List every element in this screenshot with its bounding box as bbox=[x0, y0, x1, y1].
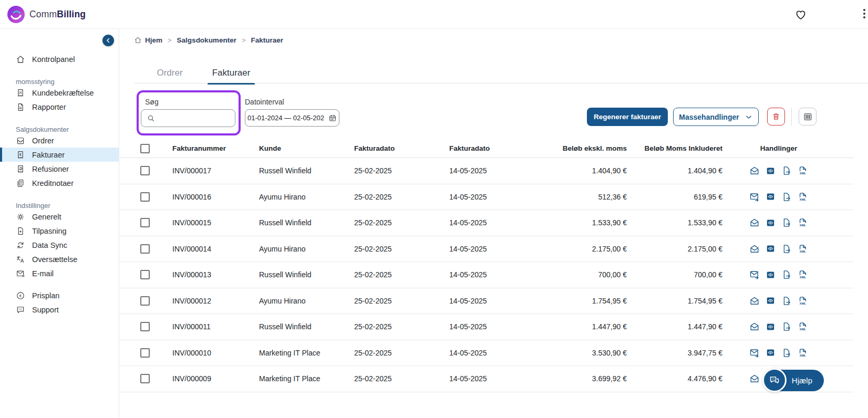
invoice-date: 25-02-2025 bbox=[354, 166, 449, 175]
sidebar-item-kundebekraeftelse[interactable]: Kundebekræftelse bbox=[0, 86, 119, 100]
row-checkbox[interactable] bbox=[140, 244, 150, 254]
view-invoice-icon[interactable] bbox=[766, 296, 776, 306]
search-input[interactable] bbox=[160, 114, 228, 122]
export-xml-icon[interactable]: XML bbox=[798, 348, 808, 358]
export-xml-icon[interactable]: XML bbox=[798, 321, 808, 332]
sidebar-item-email[interactable]: E-mail bbox=[0, 266, 119, 280]
heart-icon[interactable] bbox=[794, 8, 807, 21]
view-invoice-icon[interactable] bbox=[766, 166, 776, 176]
sidebar-item-kreditnotaer[interactable]: Kreditnotaer bbox=[0, 176, 119, 190]
export-file-icon[interactable] bbox=[781, 192, 792, 202]
sidebar-item-support[interactable]: Support bbox=[0, 302, 119, 317]
breadcrumb-separator: > bbox=[168, 36, 172, 44]
view-invoice-icon[interactable] bbox=[766, 244, 776, 254]
customer-name: Russell Winfield bbox=[259, 166, 354, 175]
row-actions: XML bbox=[724, 217, 834, 228]
sidebar-item-kontrolpanel[interactable]: Kontrolpanel bbox=[0, 52, 119, 66]
mail-open-icon[interactable] bbox=[749, 165, 760, 176]
sidebar-item-data-sync[interactable]: Data Sync bbox=[0, 238, 119, 252]
invoice-number: INV/000009 bbox=[172, 374, 259, 383]
row-checkbox[interactable] bbox=[140, 348, 150, 358]
regenerate-invoices-button[interactable]: Regenerer fakturaer bbox=[587, 108, 668, 126]
invoice-number: INV/000010 bbox=[172, 349, 259, 357]
export-file-icon[interactable] bbox=[781, 244, 792, 254]
row-checkbox[interactable] bbox=[140, 192, 150, 202]
export-file-icon[interactable] bbox=[781, 269, 792, 280]
select-all-checkbox[interactable] bbox=[140, 144, 150, 153]
table-row: INV/000011 Russell Winfield 25-02-2025 1… bbox=[119, 314, 853, 340]
delete-button[interactable] bbox=[767, 108, 785, 126]
breadcrumb-hjem[interactable]: Hjem bbox=[134, 36, 162, 44]
export-file-icon[interactable] bbox=[781, 296, 792, 306]
amount-incl-vat: 3.947,75 € bbox=[628, 349, 724, 357]
mail-open-icon[interactable] bbox=[749, 321, 760, 332]
row-checkbox[interactable] bbox=[140, 166, 150, 175]
due-date: 14-05-2025 bbox=[449, 322, 534, 331]
sidebar-item-fakturaer[interactable]: € Fakturaer bbox=[0, 148, 119, 162]
export-xml-icon[interactable]: XML bbox=[798, 192, 808, 202]
sidebar-item-prisplan[interactable]: € Prisplan bbox=[0, 288, 119, 302]
sidebar-item-rapporter[interactable]: Rapporter bbox=[0, 100, 119, 114]
row-checkbox[interactable] bbox=[140, 322, 150, 331]
sidebar-item-tilpasning[interactable]: Tilpasning bbox=[0, 224, 119, 238]
search-field[interactable] bbox=[141, 109, 235, 127]
view-invoice-icon[interactable] bbox=[766, 270, 776, 280]
mail-sent-icon[interactable] bbox=[749, 348, 760, 358]
svg-text:XML: XML bbox=[800, 172, 807, 175]
export-file-icon[interactable] bbox=[781, 165, 792, 176]
mail-open-icon[interactable] bbox=[749, 244, 760, 254]
export-file-icon[interactable] bbox=[781, 348, 792, 358]
svg-text:XML: XML bbox=[800, 276, 807, 279]
breadcrumb-salgsdokumenter[interactable]: Salgsdokumenter bbox=[177, 36, 236, 44]
row-checkbox[interactable] bbox=[140, 374, 150, 383]
mail-open-icon[interactable] bbox=[749, 296, 760, 306]
sidebar-item-generelt[interactable]: Generelt bbox=[0, 210, 119, 224]
export-file-icon[interactable] bbox=[781, 217, 792, 228]
row-checkbox[interactable] bbox=[140, 270, 150, 279]
date-range-field[interactable]: 01-01-2024 — 02-05-202 bbox=[245, 109, 339, 127]
export-xml-icon[interactable]: XML bbox=[798, 165, 808, 176]
view-invoice-icon[interactable] bbox=[766, 218, 776, 228]
due-date: 14-05-2025 bbox=[449, 193, 534, 201]
table-columns-icon bbox=[803, 112, 813, 122]
brand-logo[interactable]: CommBilling bbox=[7, 6, 86, 23]
export-xml-icon[interactable]: XML bbox=[798, 269, 808, 280]
mail-open-icon[interactable] bbox=[749, 217, 760, 228]
tab-ordrer[interactable]: Ordrer bbox=[144, 62, 195, 83]
column-settings-button[interactable] bbox=[799, 108, 817, 126]
customize-page-icon bbox=[16, 226, 25, 236]
sidebar-item-ordrer[interactable]: Ordrer bbox=[0, 133, 119, 148]
sidebar-collapse-button[interactable] bbox=[102, 35, 114, 46]
mail-sent-icon[interactable] bbox=[749, 269, 760, 280]
export-file-icon[interactable] bbox=[781, 321, 792, 332]
tab-fakturaer[interactable]: Fakturaer bbox=[208, 62, 255, 83]
amount-incl-vat: 2.175,00 € bbox=[628, 245, 724, 253]
mail-open-icon[interactable] bbox=[749, 373, 760, 384]
row-checkbox[interactable] bbox=[140, 296, 150, 306]
customer-name: Russell Winfield bbox=[259, 322, 354, 331]
kebab-menu-icon[interactable] bbox=[863, 9, 866, 20]
column-header-fakturadato: Fakturadato bbox=[354, 144, 449, 152]
view-invoice-icon[interactable] bbox=[766, 192, 776, 202]
table-header-row: Fakturanummer Kunde Fakturadato Fakturad… bbox=[119, 139, 853, 158]
bulk-actions-button[interactable]: Massehandlinger bbox=[673, 108, 759, 126]
sidebar-item-oversaettelse[interactable]: Oversættelse bbox=[0, 252, 119, 266]
amount-incl-vat: 4.476,90 € bbox=[628, 374, 724, 383]
view-invoice-icon[interactable] bbox=[766, 322, 776, 332]
sidebar-section-indstillinger: Indstillinger bbox=[0, 197, 119, 210]
due-date: 14-05-2025 bbox=[449, 297, 534, 305]
row-actions: XML bbox=[724, 269, 834, 280]
view-invoice-icon[interactable] bbox=[766, 348, 776, 358]
export-xml-icon[interactable]: XML bbox=[798, 244, 808, 254]
home-icon bbox=[16, 55, 25, 64]
sidebar-item-refusioner[interactable]: Refusioner bbox=[0, 162, 119, 176]
export-xml-icon[interactable]: XML bbox=[798, 296, 808, 306]
row-checkbox[interactable] bbox=[140, 218, 150, 227]
help-button[interactable]: Hjælp bbox=[762, 368, 824, 392]
home-icon bbox=[134, 36, 142, 44]
search-label: Søg bbox=[145, 98, 235, 106]
tab-bar: Ordrer Fakturaer bbox=[134, 62, 868, 83]
mail-sent-icon[interactable] bbox=[749, 192, 760, 202]
export-xml-icon[interactable]: XML bbox=[798, 217, 808, 228]
row-actions: XML bbox=[724, 296, 834, 306]
